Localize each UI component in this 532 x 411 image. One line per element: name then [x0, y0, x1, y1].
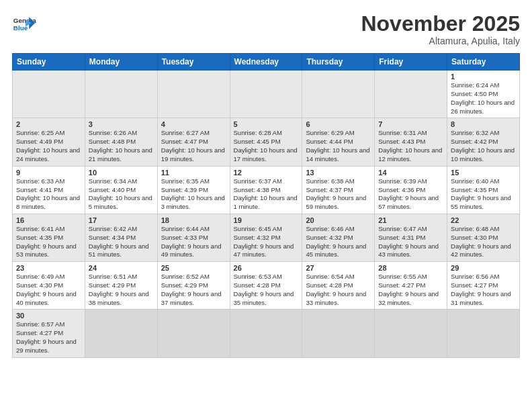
calendar-cell [230, 310, 302, 357]
calendar-cell: 10Sunrise: 6:34 AM Sunset: 4:40 PM Dayli… [85, 166, 157, 214]
calendar-cell [375, 310, 447, 357]
calendar-week-row: 30Sunrise: 6:57 AM Sunset: 4:27 PM Dayli… [13, 310, 520, 357]
month-title: November 2025 [361, 12, 520, 36]
day-info: Sunrise: 6:34 AM Sunset: 4:40 PM Dayligh… [89, 177, 154, 212]
day-number: 11 [161, 169, 226, 177]
calendar-cell: 13Sunrise: 6:38 AM Sunset: 4:37 PM Dayli… [302, 166, 375, 214]
day-info: Sunrise: 6:28 AM Sunset: 4:45 PM Dayligh… [234, 129, 299, 163]
day-number: 2 [16, 120, 81, 128]
calendar-cell: 7Sunrise: 6:31 AM Sunset: 4:43 PM Daylig… [375, 118, 447, 166]
day-info: Sunrise: 6:53 AM Sunset: 4:28 PM Dayligh… [234, 273, 299, 307]
day-number: 28 [378, 264, 443, 272]
day-info: Sunrise: 6:41 AM Sunset: 4:35 PM Dayligh… [16, 225, 81, 259]
calendar-cell: 8Sunrise: 6:32 AM Sunset: 4:42 PM Daylig… [447, 118, 520, 166]
calendar-cell: 15Sunrise: 6:40 AM Sunset: 4:35 PM Dayli… [447, 166, 520, 214]
calendar-week-row: 16Sunrise: 6:41 AM Sunset: 4:35 PM Dayli… [13, 214, 520, 261]
logo-icon: General Blue [12, 12, 36, 36]
day-info: Sunrise: 6:39 AM Sunset: 4:36 PM Dayligh… [378, 177, 443, 212]
calendar-week-row: 1Sunrise: 6:24 AM Sunset: 4:50 PM Daylig… [13, 71, 520, 118]
calendar-cell: 9Sunrise: 6:33 AM Sunset: 4:41 PM Daylig… [13, 166, 85, 214]
calendar-cell: 3Sunrise: 6:26 AM Sunset: 4:48 PM Daylig… [85, 118, 157, 166]
calendar-cell: 12Sunrise: 6:37 AM Sunset: 4:38 PM Dayli… [230, 166, 302, 214]
calendar-cell: 21Sunrise: 6:47 AM Sunset: 4:31 PM Dayli… [375, 214, 447, 261]
day-info: Sunrise: 6:48 AM Sunset: 4:30 PM Dayligh… [451, 225, 516, 259]
calendar-cell: 2Sunrise: 6:25 AM Sunset: 4:49 PM Daylig… [13, 118, 85, 166]
day-info: Sunrise: 6:40 AM Sunset: 4:35 PM Dayligh… [451, 177, 516, 212]
day-info: Sunrise: 6:56 AM Sunset: 4:27 PM Dayligh… [451, 273, 516, 307]
calendar-cell: 26Sunrise: 6:53 AM Sunset: 4:28 PM Dayli… [230, 262, 302, 310]
calendar-cell: 23Sunrise: 6:49 AM Sunset: 4:30 PM Dayli… [13, 262, 85, 310]
calendar-cell [157, 71, 230, 118]
day-number: 8 [451, 120, 516, 128]
day-info: Sunrise: 6:27 AM Sunset: 4:47 PM Dayligh… [161, 129, 226, 163]
day-number: 18 [161, 216, 226, 224]
calendar-cell: 29Sunrise: 6:56 AM Sunset: 4:27 PM Dayli… [447, 262, 520, 310]
weekday-header-wednesday: Wednesday [230, 54, 302, 71]
day-info: Sunrise: 6:55 AM Sunset: 4:27 PM Dayligh… [378, 273, 443, 307]
calendar-cell: 6Sunrise: 6:29 AM Sunset: 4:44 PM Daylig… [302, 118, 375, 166]
calendar-cell: 18Sunrise: 6:44 AM Sunset: 4:33 PM Dayli… [157, 214, 230, 261]
day-number: 7 [378, 120, 443, 128]
day-number: 13 [306, 169, 371, 177]
calendar-cell: 30Sunrise: 6:57 AM Sunset: 4:27 PM Dayli… [13, 310, 85, 357]
calendar-cell: 1Sunrise: 6:24 AM Sunset: 4:50 PM Daylig… [447, 71, 520, 118]
day-number: 12 [234, 169, 299, 177]
calendar-cell: 16Sunrise: 6:41 AM Sunset: 4:35 PM Dayli… [13, 214, 85, 261]
day-number: 30 [16, 312, 81, 320]
calendar-cell: 11Sunrise: 6:35 AM Sunset: 4:39 PM Dayli… [157, 166, 230, 214]
day-info: Sunrise: 6:33 AM Sunset: 4:41 PM Dayligh… [16, 177, 81, 212]
day-info: Sunrise: 6:25 AM Sunset: 4:49 PM Dayligh… [16, 129, 81, 163]
calendar-cell: 28Sunrise: 6:55 AM Sunset: 4:27 PM Dayli… [375, 262, 447, 310]
day-info: Sunrise: 6:35 AM Sunset: 4:39 PM Dayligh… [161, 177, 226, 212]
weekday-header-friday: Friday [375, 54, 447, 71]
calendar-cell: 22Sunrise: 6:48 AM Sunset: 4:30 PM Dayli… [447, 214, 520, 261]
day-number: 6 [306, 120, 371, 128]
calendar-cell: 20Sunrise: 6:46 AM Sunset: 4:32 PM Dayli… [302, 214, 375, 261]
day-info: Sunrise: 6:57 AM Sunset: 4:27 PM Dayligh… [16, 320, 81, 355]
day-number: 29 [451, 264, 516, 272]
day-number: 23 [16, 264, 81, 272]
weekday-header-monday: Monday [85, 54, 157, 71]
day-number: 22 [451, 216, 516, 224]
day-info: Sunrise: 6:37 AM Sunset: 4:38 PM Dayligh… [234, 177, 299, 212]
location: Altamura, Apulia, Italy [361, 36, 520, 46]
weekday-header-tuesday: Tuesday [157, 54, 230, 71]
calendar-cell [13, 71, 85, 118]
day-info: Sunrise: 6:26 AM Sunset: 4:48 PM Dayligh… [89, 129, 154, 163]
calendar-cell: 19Sunrise: 6:45 AM Sunset: 4:32 PM Dayli… [230, 214, 302, 261]
calendar-cell [85, 71, 157, 118]
calendar-cell: 25Sunrise: 6:52 AM Sunset: 4:29 PM Dayli… [157, 262, 230, 310]
weekday-header-saturday: Saturday [447, 54, 520, 71]
day-info: Sunrise: 6:29 AM Sunset: 4:44 PM Dayligh… [306, 129, 371, 163]
calendar-header-row: SundayMondayTuesdayWednesdayThursdayFrid… [13, 54, 520, 71]
calendar-cell [230, 71, 302, 118]
day-number: 26 [234, 264, 299, 272]
calendar-cell: 27Sunrise: 6:54 AM Sunset: 4:28 PM Dayli… [302, 262, 375, 310]
day-number: 16 [16, 216, 81, 224]
day-info: Sunrise: 6:24 AM Sunset: 4:50 PM Dayligh… [451, 81, 516, 116]
day-info: Sunrise: 6:47 AM Sunset: 4:31 PM Dayligh… [378, 225, 443, 259]
day-number: 17 [89, 216, 154, 224]
day-number: 25 [161, 264, 226, 272]
day-info: Sunrise: 6:31 AM Sunset: 4:43 PM Dayligh… [378, 129, 443, 163]
calendar-cell [447, 310, 520, 357]
day-info: Sunrise: 6:51 AM Sunset: 4:29 PM Dayligh… [89, 273, 154, 307]
calendar-cell [302, 71, 375, 118]
calendar-cell: 17Sunrise: 6:42 AM Sunset: 4:34 PM Dayli… [85, 214, 157, 261]
day-number: 15 [451, 169, 516, 177]
logo: General Blue [12, 12, 36, 36]
day-info: Sunrise: 6:32 AM Sunset: 4:42 PM Dayligh… [451, 129, 516, 163]
calendar-week-row: 2Sunrise: 6:25 AM Sunset: 4:49 PM Daylig… [13, 118, 520, 166]
calendar-cell [157, 310, 230, 357]
day-number: 14 [378, 169, 443, 177]
day-info: Sunrise: 6:52 AM Sunset: 4:29 PM Dayligh… [161, 273, 226, 307]
day-number: 20 [306, 216, 371, 224]
calendar-week-row: 9Sunrise: 6:33 AM Sunset: 4:41 PM Daylig… [13, 166, 520, 214]
title-block: November 2025 Altamura, Apulia, Italy [361, 12, 520, 46]
day-info: Sunrise: 6:44 AM Sunset: 4:33 PM Dayligh… [161, 225, 226, 259]
day-info: Sunrise: 6:45 AM Sunset: 4:32 PM Dayligh… [234, 225, 299, 259]
calendar-cell: 24Sunrise: 6:51 AM Sunset: 4:29 PM Dayli… [85, 262, 157, 310]
day-number: 9 [16, 169, 81, 177]
calendar-page: General Blue November 2025 Altamura, Apu… [0, 0, 532, 411]
calendar-cell [85, 310, 157, 357]
